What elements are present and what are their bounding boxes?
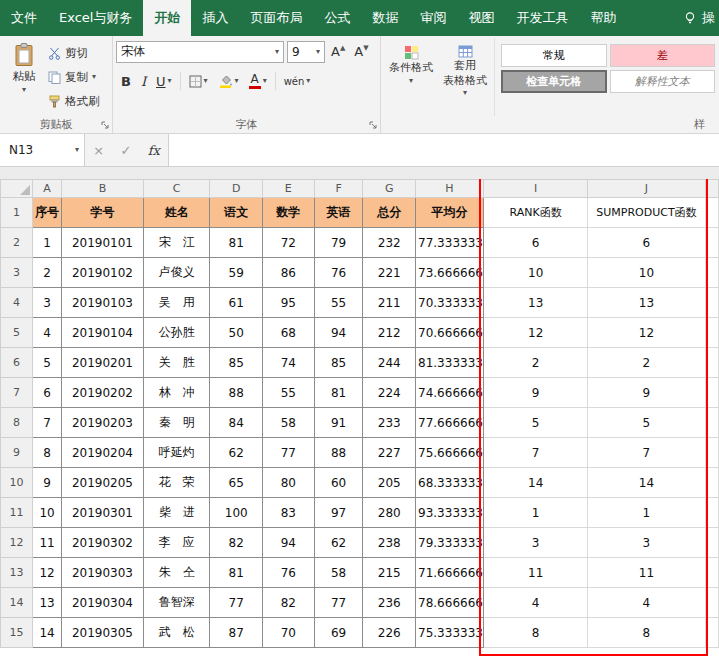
row-header-2[interactable]: 2: [1, 228, 33, 258]
cell-B5[interactable]: 20190104: [61, 318, 143, 348]
cell-B1[interactable]: 学号: [61, 198, 143, 228]
cell-A8[interactable]: 7: [33, 408, 62, 438]
cell-C6[interactable]: 关 胜: [143, 348, 210, 378]
tab-page-layout[interactable]: 页面布局: [239, 0, 313, 36]
col-header-C[interactable]: C: [143, 180, 210, 198]
cell-G12[interactable]: 238: [363, 528, 416, 558]
cell-J13[interactable]: 11: [588, 558, 705, 588]
cell-E15[interactable]: 70: [263, 618, 315, 648]
cell-B4[interactable]: 20190103: [61, 288, 143, 318]
cell-A14[interactable]: 13: [33, 588, 62, 618]
cell-F12[interactable]: 62: [314, 528, 363, 558]
cell-B2[interactable]: 20190101: [61, 228, 143, 258]
cell-F2[interactable]: 79: [314, 228, 363, 258]
cell-D5[interactable]: 50: [210, 318, 263, 348]
cell-A12[interactable]: 11: [33, 528, 62, 558]
enter-button[interactable]: ✓: [120, 143, 131, 158]
cut-button[interactable]: 剪切: [45, 41, 103, 65]
cell-G2[interactable]: 232: [363, 228, 416, 258]
cell-G6[interactable]: 244: [363, 348, 416, 378]
cell-D11[interactable]: 100: [210, 498, 263, 528]
col-header-B[interactable]: B: [61, 180, 143, 198]
format-painter-button[interactable]: 格式刷: [45, 89, 103, 113]
cell-F7[interactable]: 81: [314, 378, 363, 408]
cell-B3[interactable]: 20190102: [61, 258, 143, 288]
cell-F15[interactable]: 69: [314, 618, 363, 648]
cell-J5[interactable]: 12: [588, 318, 705, 348]
cell-H15[interactable]: 75.333333: [416, 618, 484, 648]
cell-G13[interactable]: 215: [363, 558, 416, 588]
cell-B10[interactable]: 20190205: [61, 468, 143, 498]
fill-color-button[interactable]: ▾: [213, 69, 244, 93]
cell-A2[interactable]: 1: [33, 228, 62, 258]
cell-G14[interactable]: 236: [363, 588, 416, 618]
cell-B7[interactable]: 20190202: [61, 378, 143, 408]
col-header-A[interactable]: A: [33, 180, 62, 198]
cell-I13[interactable]: 11: [483, 558, 587, 588]
cell-C8[interactable]: 秦 明: [143, 408, 210, 438]
select-all-button[interactable]: [1, 180, 33, 198]
cell-J14[interactable]: 4: [588, 588, 705, 618]
cell-E5[interactable]: 68: [263, 318, 315, 348]
col-header-H[interactable]: H: [416, 180, 484, 198]
cell-A6[interactable]: 5: [33, 348, 62, 378]
cell-F14[interactable]: 77: [314, 588, 363, 618]
cell-D15[interactable]: 87: [210, 618, 263, 648]
underline-button[interactable]: U▾: [151, 69, 177, 93]
tab-formulas[interactable]: 公式: [313, 0, 361, 36]
cell-A4[interactable]: 3: [33, 288, 62, 318]
tab-home[interactable]: 开始: [143, 0, 191, 36]
cell-F4[interactable]: 55: [314, 288, 363, 318]
cell-E9[interactable]: 77: [263, 438, 315, 468]
style-check-cell[interactable]: 检查单元格: [501, 70, 607, 93]
cell-G7[interactable]: 224: [363, 378, 416, 408]
cell-C9[interactable]: 呼延灼: [143, 438, 210, 468]
col-header-E[interactable]: E: [263, 180, 315, 198]
cell-E10[interactable]: 80: [263, 468, 315, 498]
cell-F3[interactable]: 76: [314, 258, 363, 288]
italic-button[interactable]: I: [136, 69, 151, 93]
cell-H14[interactable]: 78.666666: [416, 588, 484, 618]
cell-B12[interactable]: 20190302: [61, 528, 143, 558]
cell-C10[interactable]: 花 荣: [143, 468, 210, 498]
cell-E8[interactable]: 58: [263, 408, 315, 438]
cell-I3[interactable]: 10: [483, 258, 587, 288]
col-header-D[interactable]: D: [210, 180, 263, 198]
cell-F10[interactable]: 60: [314, 468, 363, 498]
cell-H9[interactable]: 75.666666: [416, 438, 484, 468]
cell-C12[interactable]: 李 应: [143, 528, 210, 558]
cell-J4[interactable]: 13: [588, 288, 705, 318]
cancel-button[interactable]: ×: [93, 143, 104, 158]
cell-G15[interactable]: 226: [363, 618, 416, 648]
cell-E7[interactable]: 55: [263, 378, 315, 408]
cell-G1[interactable]: 总分: [363, 198, 416, 228]
cell-F9[interactable]: 88: [314, 438, 363, 468]
cell-G8[interactable]: 233: [363, 408, 416, 438]
cell-H8[interactable]: 77.666666: [416, 408, 484, 438]
tab-view[interactable]: 视图: [457, 0, 505, 36]
tab-review[interactable]: 审阅: [409, 0, 457, 36]
paste-button[interactable]: 粘贴 ▾: [3, 38, 45, 116]
phonetic-guide-button[interactable]: wén ▾: [279, 69, 316, 93]
cell-F5[interactable]: 94: [314, 318, 363, 348]
tab-excel-finance[interactable]: Excel与财务: [48, 0, 143, 36]
cell-B6[interactable]: 20190201: [61, 348, 143, 378]
cell-C13[interactable]: 朱 仝: [143, 558, 210, 588]
cell-I11[interactable]: 1: [483, 498, 587, 528]
cell-E2[interactable]: 72: [263, 228, 315, 258]
cell-C3[interactable]: 卢俊义: [143, 258, 210, 288]
cell-I1[interactable]: RANK函数: [483, 198, 587, 228]
row-header-4[interactable]: 4: [1, 288, 33, 318]
cell-H12[interactable]: 79.333333: [416, 528, 484, 558]
tab-file[interactable]: 文件: [0, 0, 48, 36]
cell-G10[interactable]: 205: [363, 468, 416, 498]
cell-D12[interactable]: 82: [210, 528, 263, 558]
cell-B15[interactable]: 20190305: [61, 618, 143, 648]
cell-I12[interactable]: 3: [483, 528, 587, 558]
tell-me-search[interactable]: 操: [673, 0, 719, 36]
row-header-13[interactable]: 13: [1, 558, 33, 588]
cell-H4[interactable]: 70.333333: [416, 288, 484, 318]
cell-J3[interactable]: 10: [588, 258, 705, 288]
cell-C11[interactable]: 柴 进: [143, 498, 210, 528]
cell-A1[interactable]: 序号: [33, 198, 62, 228]
